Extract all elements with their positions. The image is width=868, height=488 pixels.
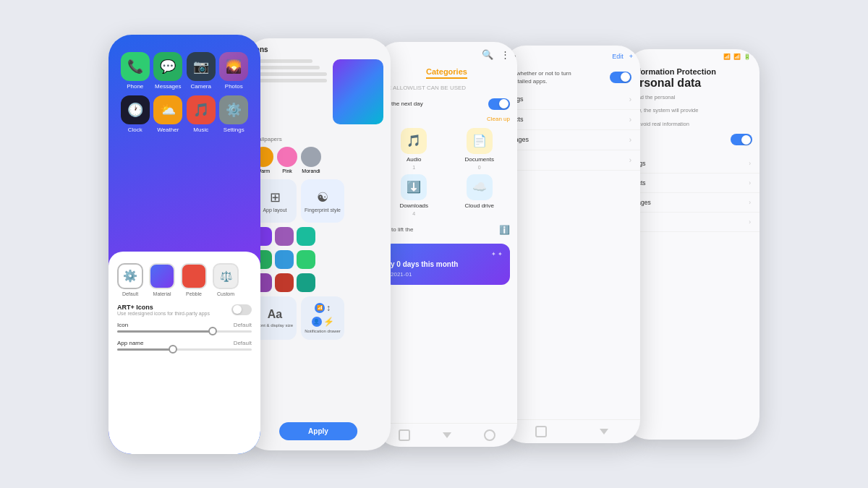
cleanup-button[interactable]: Clean up (487, 116, 510, 122)
acts-item[interactable]: acts › (503, 110, 640, 130)
logs-item[interactable]: logs › (503, 90, 640, 110)
line4 (253, 79, 327, 82)
music-label: Music (193, 127, 208, 133)
screen2-content: ions Wallpapers Warm (246, 38, 391, 347)
pink-color[interactable]: Pink (277, 147, 297, 174)
icon-value: Default (234, 322, 252, 328)
style-pebble-label: Pebble (186, 291, 202, 296)
app-weather[interactable]: ⛅ Weather (152, 95, 185, 133)
app-row-1: 📞 Phone 💬 Messages 📷 Camera 🌄 Photos (119, 52, 250, 90)
search-icon[interactable]: 🔍 (482, 49, 493, 60)
style-options-row: ⚙️ Default Material Pebble ⚖️ Custom (117, 263, 252, 296)
notification-icons: 📶 ↕️ (315, 303, 331, 313)
style-default-box: ⚙️ (117, 263, 143, 289)
fingerprint-opt[interactable]: ☯ Fingerprint style (301, 179, 344, 223)
info-icon: ℹ️ (499, 225, 510, 235)
app-name-label: App name (117, 340, 143, 346)
app-name-slider-track[interactable] (117, 348, 252, 351)
app-layout-icon: ⊞ (270, 189, 281, 205)
installed-apps-toggle[interactable] (610, 72, 631, 83)
style-material[interactable]: Material (149, 263, 175, 296)
home-nav-icon2[interactable] (535, 426, 547, 437)
ts-item[interactable]: ts › (503, 150, 640, 171)
protection-toggle-row (633, 134, 752, 145)
notification-opt[interactable]: 📶 ↕️ 👤 ⚡ Notification drawer (301, 296, 344, 340)
icon-label-row: Icon Default (117, 322, 252, 328)
swatch-light-purple[interactable] (275, 227, 294, 246)
logs-item5[interactable]: logs › (626, 154, 760, 174)
screen4-header: le Edit + (503, 46, 640, 65)
messages-item[interactable]: sages › (503, 130, 640, 150)
icon-slider-thumb[interactable] (208, 327, 217, 335)
style-default[interactable]: ⚙️ Default (117, 263, 143, 296)
battery-icon: 🔋 (744, 53, 751, 60)
app-phone[interactable]: 📞 Phone (119, 52, 152, 90)
screen2-theme: ions Wallpapers Warm (246, 38, 391, 450)
categories-label: Categories (426, 67, 467, 79)
next-day-toggle[interactable] (488, 98, 510, 110)
audio-category[interactable]: 🎵 Audio 1 (383, 128, 445, 170)
edit-button[interactable]: Edit (612, 53, 624, 60)
phone-label: Phone (127, 83, 143, 90)
cloud-icon: ☁️ (467, 174, 493, 200)
notification-label: Notification drawer (305, 329, 341, 333)
app-music[interactable]: 🎵 Music (184, 95, 218, 133)
icon-style-panel: ⚙️ Default Material Pebble ⚖️ Custom (109, 252, 260, 454)
style-custom[interactable]: ⚖️ Custom (213, 263, 239, 296)
swatch-red[interactable] (275, 273, 294, 292)
apply-button[interactable]: Apply (279, 422, 357, 440)
next-day-row: 00 the next day (376, 94, 517, 114)
app-messages[interactable]: 💬 Messages (152, 52, 185, 90)
downloads-category[interactable]: ⬇️ Downloads 4 (383, 174, 445, 216)
font-icon: Aa (268, 308, 282, 321)
acts-item5[interactable]: acts › (626, 174, 760, 193)
photos-icon: 🌄 (219, 52, 248, 81)
app-name-slider-thumb[interactable] (169, 345, 177, 354)
color-swatches2 (253, 227, 383, 246)
cloud-category[interactable]: ☁️ Cloud drive (449, 174, 511, 216)
swatch-blue[interactable] (275, 250, 294, 269)
categories-tab[interactable]: Categories (376, 64, 517, 82)
ts-item5[interactable]: ts › (626, 213, 760, 232)
fingerprint-label: Fingerprint style (305, 207, 341, 213)
icon-slider-fill (117, 330, 211, 333)
screen5-desc2: low, the system will provide (633, 107, 752, 115)
font-label: Font & display size (257, 323, 293, 328)
logs-chevron: › (629, 95, 631, 103)
protection-toggle[interactable] (731, 134, 752, 145)
phone-icon: 📞 (121, 52, 150, 81)
menu-icon[interactable]: ⋮ (501, 49, 510, 60)
ts-chevron5: › (749, 218, 751, 226)
icon-size-row: Icon Default (117, 322, 252, 333)
screen5-list: logs › acts › sages › ts › (626, 154, 760, 232)
screen4-settings: le Edit + a whether or not to turnnstall… (503, 46, 640, 443)
style-pebble[interactable]: Pebble (181, 263, 207, 296)
swatch-teal[interactable] (297, 227, 315, 246)
swatch-light-green[interactable] (297, 250, 315, 269)
file-categories-grid: 🎵 Audio 1 📄 Documents 0 ⬇️ Downloads 4 ☁… (376, 124, 517, 221)
documents-name: Documents (465, 156, 494, 163)
home-nav-icon[interactable] (399, 429, 410, 441)
wallpaper-preview[interactable] (333, 59, 383, 124)
messages-label: Messages (155, 83, 181, 90)
plus-button[interactable]: + (629, 53, 633, 60)
back-nav-icon2[interactable] (600, 429, 608, 435)
recent-nav-icon[interactable] (484, 429, 495, 441)
documents-category[interactable]: 📄 Documents 0 (449, 128, 511, 170)
app-clock[interactable]: 🕐 Clock (119, 95, 152, 133)
app-settings[interactable]: ⚙️ Settings (218, 95, 251, 133)
swatch-teal2[interactable] (297, 273, 315, 292)
app-photos[interactable]: 🌄 Photos (218, 52, 251, 90)
app-camera[interactable]: 📷 Camera (184, 52, 218, 90)
messages-item5[interactable]: sages › (626, 193, 760, 213)
calendar-date: 2021-01 (391, 271, 503, 278)
status-bar: 📶 📶 🔋 (626, 49, 760, 60)
art-icons-toggle[interactable] (231, 304, 252, 315)
layout-fingerprint-row: ⊞ App layout ☯ Fingerprint style (253, 179, 383, 223)
icon-slider-track[interactable] (117, 330, 252, 333)
line1 (253, 59, 312, 63)
color-swatches: Warm Pink Morandi (253, 147, 383, 174)
morandi-color[interactable]: Morandi (301, 147, 321, 174)
back-nav-icon[interactable] (443, 432, 451, 438)
audio-icon: 🎵 (401, 128, 427, 154)
